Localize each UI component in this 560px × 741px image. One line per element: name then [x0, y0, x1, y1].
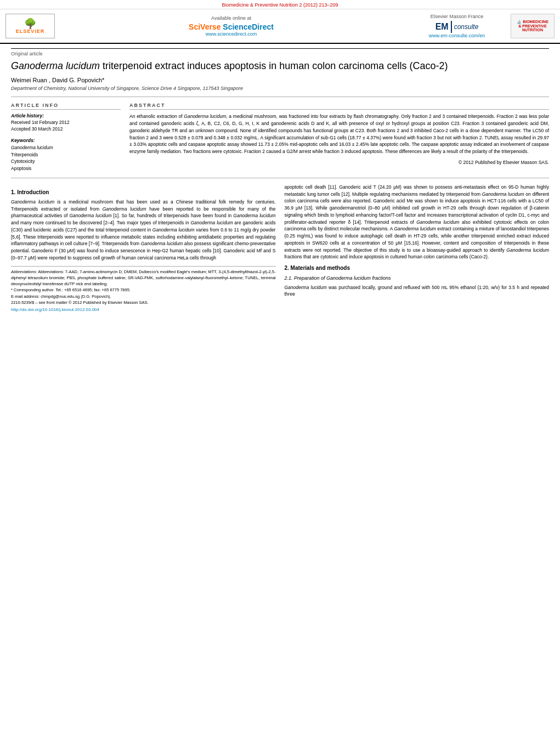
sciencedirect-url[interactable]: www.sciencedirect.com: [206, 31, 257, 37]
authors: Weimei Ruan , David G. Popovich*: [11, 77, 549, 83]
abbreviations: Abbreviations: Abbreviations: 7-AAD, 7-a…: [11, 269, 276, 287]
divider-1: [11, 97, 549, 97]
abstract-header: ABSTRACT: [129, 103, 549, 110]
elsevier-text: ELSEVIER: [16, 29, 45, 34]
email-address: E-mail address: chmpdg@nus.edu.sg (D.G. …: [11, 293, 276, 299]
received-date: Received 1st February 2012: [11, 120, 121, 126]
right-p1: apoptotic cell death [11]. Ganoderic aci…: [285, 184, 550, 261]
intro-title: 1. Introduction: [11, 188, 276, 196]
em-text: EM: [435, 22, 449, 32]
em-url[interactable]: www.em-consulte.com/en: [429, 33, 485, 38]
thumb-title: 🔬 BIOMEDICINE& PREVENTIVENUTRITION: [517, 20, 548, 32]
em-consulte-logo: EM consulte: [435, 21, 479, 33]
elsevier-logo: 🌳 ELSEVIER: [5, 14, 55, 38]
sciverse-sci: SciVerse: [189, 22, 223, 31]
keywords-section: Keywords: Ganoderma lucidum Triterpenoid…: [11, 137, 121, 172]
elsevier-masson-block: Elsevier Masson France EM consulte www.e…: [408, 14, 506, 38]
abstract-col: ABSTRACT An ethanolic extraction of Gano…: [129, 103, 549, 172]
corresponding-author: * Corresponding author. Tel.: +65 6516 4…: [11, 287, 276, 293]
title-rest: triterpenoid extract induces apoptosis i…: [100, 60, 448, 71]
body-left-col: 1. Introduction Ganoderma lucidum is a m…: [11, 184, 276, 313]
issn: 2210-5239/$ – see front matter © 2012 Pu…: [11, 299, 276, 306]
kw-cytotoxicity: Cytotoxicity: [11, 158, 121, 165]
body-section: 1. Introduction Ganoderma lucidum is a m…: [11, 184, 549, 313]
body-right-col: apoptotic cell death [11]. Ganoderic aci…: [285, 184, 550, 313]
article-meta-section: ARTICLE INFO Article history: Received 1…: [11, 103, 549, 172]
doi[interactable]: http://dx.doi.org/10.1016/j.bionut.2012.…: [11, 307, 276, 313]
keywords-label: Keywords:: [11, 138, 35, 143]
sciverse-logo: SciVerse ScienceDirect: [189, 22, 274, 31]
article-info-col: ARTICLE INFO Article history: Received 1…: [11, 103, 121, 172]
divider-2: [11, 178, 549, 178]
page: Biomedicine & Preventive Nutrition 2 (20…: [0, 0, 560, 741]
content-area: Original article Ganoderma lucidum trite…: [0, 44, 560, 319]
em-consulte-text: consulte: [454, 23, 479, 31]
journal-name: Biomedicine & Preventive Nutrition 2 (20…: [222, 2, 338, 8]
article-info-header: ARTICLE INFO: [11, 103, 121, 110]
journal-bar: Biomedicine & Preventive Nutrition 2 (20…: [0, 0, 560, 9]
sciencedirect-block: Available online at SciVerse ScienceDire…: [59, 14, 403, 38]
section2-title: 2. Materials and methods: [285, 264, 550, 272]
section2-1-title: 2.1. Preparation of Ganoderma lucidum fr…: [285, 275, 550, 282]
abstract-text: An ethanolic extraction of Ganoderma luc…: [129, 113, 549, 155]
accepted-date: Accepted 30 March 2012: [11, 126, 121, 133]
article-history: Article history: Received 1st February 2…: [11, 113, 121, 133]
elsevier-tree-icon: 🌳: [24, 19, 36, 29]
em-france-text: Elsevier Masson France: [431, 14, 484, 19]
kw-ganoderma: Ganoderma lucidum: [11, 144, 121, 151]
kw-apoptosis: Apoptosis: [11, 165, 121, 172]
paper-title: Ganoderma lucidum triterpenoid extract i…: [11, 60, 549, 72]
header-section: 🌳 ELSEVIER Available online at SciVerse …: [0, 9, 560, 44]
journal-thumbnail: 🔬 BIOMEDICINE& PREVENTIVENUTRITION: [511, 14, 555, 38]
available-text: Available online at: [211, 15, 251, 21]
sciverse-direct: ScienceDirect: [223, 22, 274, 31]
article-type: Original article: [11, 48, 549, 56]
em-bar: [451, 21, 452, 33]
affiliation: Department of Chemistry, National Univer…: [11, 86, 549, 91]
title-italic: Ganoderma lucidum: [11, 60, 100, 71]
kw-triterpenoids: Triterpenoids: [11, 151, 121, 159]
copyright: © 2012 Published by Elsevier Masson SAS.: [129, 160, 549, 165]
history-label: Article history:: [11, 113, 121, 118]
section2-1-text: Ganoderma lucidum was purchased locally,…: [285, 284, 550, 298]
footnote-area: Abbreviations: Abbreviations: 7-AAD, 7-a…: [11, 266, 276, 314]
intro-p1: Ganoderma lucidum is a medicinal mushroo…: [11, 199, 276, 262]
